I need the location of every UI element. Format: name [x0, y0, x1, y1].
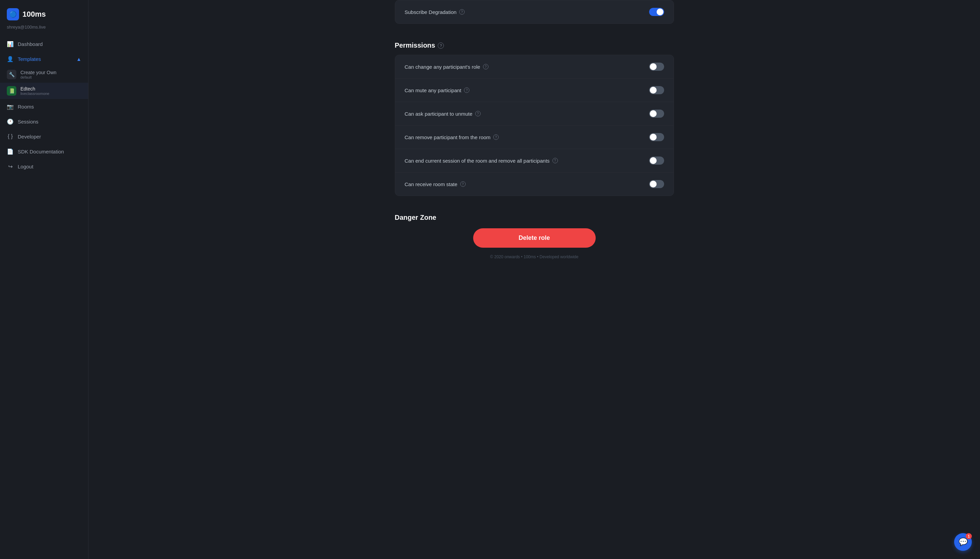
- subscribe-degradation-help-icon[interactable]: ?: [459, 9, 465, 15]
- permission-label-4: Can end current session of the room and …: [405, 158, 558, 164]
- permission-toggle-knob-1: [650, 87, 657, 94]
- nav-item-templates[interactable]: 👤 Templates ▲: [0, 51, 88, 66]
- permission-help-icon-4[interactable]: ?: [553, 158, 558, 163]
- subscribe-degradation-toggle[interactable]: [649, 8, 664, 16]
- user-email: shreya@100ms.live: [0, 23, 88, 36]
- sessions-label: Sessions: [18, 119, 38, 124]
- template-sub-info-create-own: Create your Own default: [20, 70, 56, 79]
- permission-text-3: Can remove participant from the room: [405, 134, 491, 140]
- permission-toggle-knob-0: [650, 63, 657, 70]
- permission-row-0: Can change any participant's role ?: [395, 55, 674, 79]
- chat-badge: 1: [966, 533, 972, 539]
- logo-icon: 🔵: [7, 8, 19, 20]
- nav-item-developer[interactable]: { } Developer: [0, 129, 88, 144]
- permission-label-0: Can change any participant's role ?: [405, 64, 488, 70]
- dashboard-label: Dashboard: [18, 41, 43, 47]
- sdk-docs-label: SDK Documentation: [18, 149, 64, 154]
- permission-label-1: Can mute any participant ?: [405, 88, 470, 93]
- permission-toggle-1[interactable]: [649, 86, 664, 94]
- subscribe-degradation-card: Subscribe Degradation ?: [395, 0, 674, 24]
- permission-help-icon-1[interactable]: ?: [464, 88, 469, 93]
- rooms-icon: 📷: [7, 103, 13, 110]
- delete-role-button[interactable]: Delete role: [473, 228, 596, 248]
- permissions-help-icon[interactable]: ?: [438, 43, 444, 49]
- subscribe-degradation-row: Subscribe Degradation ?: [395, 0, 674, 23]
- rooms-label: Rooms: [18, 104, 34, 109]
- permission-help-icon-2[interactable]: ?: [475, 111, 481, 116]
- permission-row-3: Can remove participant from the room ?: [395, 126, 674, 149]
- permission-row-5: Can receive room state ?: [395, 172, 674, 196]
- permission-toggle-5[interactable]: [649, 180, 664, 188]
- nav-item-logout[interactable]: ↪ Logout: [0, 159, 88, 174]
- permission-help-icon-3[interactable]: ?: [493, 134, 499, 140]
- permission-label-3: Can remove participant from the room ?: [405, 134, 499, 140]
- subscribe-degradation-text: Subscribe Degradation: [405, 9, 457, 15]
- templates-submenu: 🔧 Create your Own default 📗 Edtech livec…: [0, 66, 88, 99]
- logout-label: Logout: [18, 164, 33, 169]
- template-sub-info-edtech: Edtech liveclassroomone: [20, 86, 50, 96]
- nav-item-sessions[interactable]: 🕐 Sessions: [0, 114, 88, 129]
- permission-toggle-4[interactable]: [649, 157, 664, 165]
- permission-row-2: Can ask participant to unmute ?: [395, 102, 674, 126]
- permission-row-1: Can mute any participant ?: [395, 79, 674, 102]
- template-item-edtech[interactable]: 📗 Edtech liveclassroomone: [0, 83, 88, 99]
- sessions-icon: 🕐: [7, 118, 13, 125]
- footer: © 2020 onwards • 100ms • Developed world…: [395, 248, 674, 266]
- permission-text-1: Can mute any participant: [405, 88, 462, 93]
- footer-text: © 2020 onwards • 100ms • Developed world…: [490, 255, 578, 259]
- permission-toggle-knob-3: [650, 134, 657, 141]
- template-sub-id-create-own: default: [20, 75, 56, 79]
- template-sub-name-edtech: Edtech: [20, 86, 50, 91]
- developer-label: Developer: [18, 134, 41, 139]
- permission-text-5: Can receive room state: [405, 181, 457, 187]
- permission-text-4: Can end current session of the room and …: [405, 158, 550, 164]
- nav-item-dashboard[interactable]: 📊 Dashboard: [0, 36, 88, 51]
- sidebar: 🔵 100ms shreya@100ms.live 📊 Dashboard 👤 …: [0, 0, 88, 559]
- logo-area: 🔵 100ms: [0, 0, 88, 23]
- template-sub-id-edtech: liveclassroomone: [20, 91, 50, 96]
- templates-icon: 👤: [7, 55, 13, 62]
- permission-toggle-knob-2: [650, 110, 657, 117]
- nav-item-sdk-docs[interactable]: 📄 SDK Documentation: [0, 144, 88, 159]
- template-sub-name-create-own: Create your Own: [20, 70, 56, 75]
- permissions-card: Can change any participant's role ? Can …: [395, 55, 674, 196]
- permission-toggle-2[interactable]: [649, 109, 664, 118]
- danger-zone-header: Danger Zone: [395, 204, 674, 228]
- sdk-docs-icon: 📄: [7, 148, 13, 155]
- permission-toggle-knob-4: [650, 157, 657, 164]
- chevron-up-icon: ▲: [76, 56, 81, 62]
- permission-text-0: Can change any participant's role: [405, 64, 480, 70]
- permission-text-2: Can ask participant to unmute: [405, 111, 472, 117]
- subscribe-degradation-label-group: Subscribe Degradation ?: [405, 9, 465, 15]
- main-content: Subscribe Degradation ? Permissions ? Ca…: [88, 0, 980, 559]
- nav-section: 📊 Dashboard 👤 Templates ▲ 🔧 Create your …: [0, 36, 88, 174]
- permission-help-icon-5[interactable]: ?: [460, 181, 466, 187]
- chat-bubble-icon: 💬: [958, 538, 968, 546]
- dashboard-icon: 📊: [7, 40, 13, 47]
- developer-icon: { }: [7, 133, 13, 140]
- template-item-create-own[interactable]: 🔧 Create your Own default: [0, 66, 88, 83]
- logout-icon: ↪: [7, 163, 13, 170]
- permission-row-4: Can end current session of the room and …: [395, 149, 674, 172]
- permissions-title: Permissions: [395, 41, 435, 49]
- permission-label-5: Can receive room state ?: [405, 181, 466, 187]
- nav-item-rooms[interactable]: 📷 Rooms: [0, 99, 88, 114]
- permission-toggle-knob-5: [650, 181, 657, 187]
- chat-bubble-button[interactable]: 💬 1: [954, 533, 972, 551]
- permission-toggle-3[interactable]: [649, 133, 664, 141]
- templates-label: Templates: [18, 56, 41, 62]
- app-name: 100ms: [23, 10, 46, 19]
- permissions-header: Permissions ?: [395, 32, 674, 55]
- permission-help-icon-0[interactable]: ?: [483, 64, 488, 69]
- permission-toggle-0[interactable]: [649, 63, 664, 71]
- wrench-icon: 🔧: [7, 70, 17, 79]
- subscribe-degradation-toggle-knob: [657, 8, 664, 15]
- permission-label-2: Can ask participant to unmute ?: [405, 111, 481, 117]
- edtech-icon: 📗: [7, 86, 17, 96]
